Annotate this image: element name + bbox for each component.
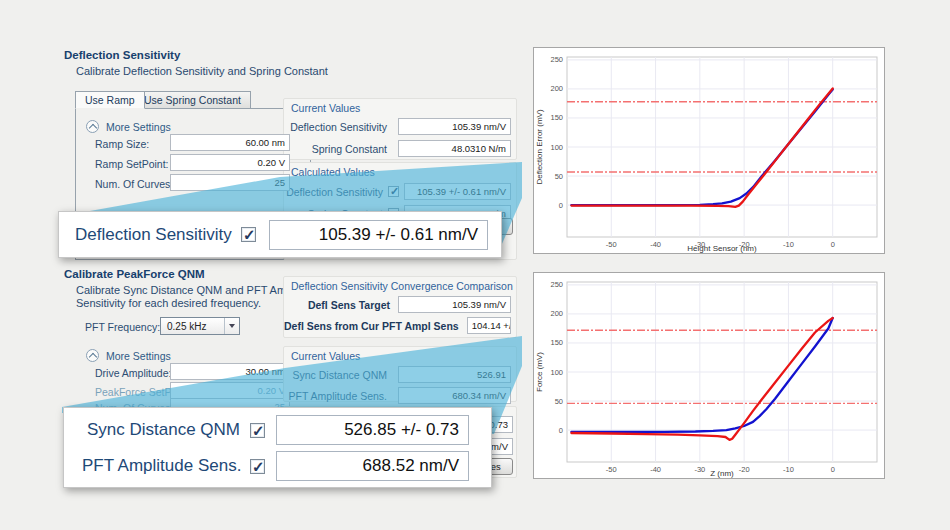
current-values-groupbox: Current Values Deflection Sensitivity 10… [283,98,517,160]
svg-text:200: 200 [550,309,563,318]
pft-frequency-value: 0.25 kHz [167,321,224,332]
callout2-pft-checkbox[interactable] [250,459,265,474]
svg-text:Deflection Error (mV): Deflection Error (mV) [535,109,544,184]
callout2-sync-label: Sync Distance QNM [82,420,240,440]
convergence-comparison-groupbox: Deflection Sensitivity Convergence Compa… [283,276,517,338]
svg-text:200: 200 [550,84,563,93]
defl-sens-target-label: Defl Sens Target [308,299,390,311]
callout2-sync-checkbox[interactable] [250,423,265,438]
svg-text:-50: -50 [606,240,617,249]
more-settings2-collapse-icon[interactable] [86,349,99,362]
defl-sens-target-value: 105.39 nm/V [398,296,511,313]
svg-text:-10: -10 [783,465,794,474]
svg-text:0: 0 [831,240,835,249]
svg-text:0: 0 [831,465,835,474]
callout2-pft-value-input[interactable]: 688.52 nm/V [276,451,469,481]
svg-text:150: 150 [550,338,563,347]
defl-sens-from-cur-value: 104.14 +/- 0.41 nm/V [467,317,511,334]
convergence-comparison-title: Deflection Sensitivity Convergence Compa… [291,280,516,292]
pft-frequency-label: PFT Frequency: [85,321,160,333]
svg-text:50: 50 [555,172,563,181]
current-values2-groupbox: Current Values Sync Distance QNM 526.91 … [283,346,517,402]
tab-use-spring-constant[interactable]: Use Spring Constant [134,91,251,109]
svg-text:0: 0 [559,426,563,435]
callout2-pft-label: PFT Amplitude Sens. [82,456,240,476]
defl-sens-current-label: Deflection Sensitivity [290,121,387,133]
calculated-values-title: Calculated Values [291,166,516,178]
svg-text:-10: -10 [783,240,794,249]
defl-sens-from-cur-label: Defl Sens from Cur PFT Ampl Sens [284,320,459,332]
drive-amplitude-label: Drive Amplitude: [95,367,171,379]
svg-text:0: 0 [559,201,563,210]
peakforce-qnm-callout: Sync Distance QNM 526.85 +/- 0.73 PFT Am… [63,407,492,488]
svg-text:Height Sensor (nm): Height Sensor (nm) [687,244,757,253]
more-settings-collapse-icon[interactable] [86,120,99,133]
sync-distance-current-label: Sync Distance QNM [292,369,387,381]
peakforce-qnm-section-title: Calibrate PeakForce QNM [64,268,205,280]
deflection-sensitivity-section-subtitle: Calibrate Deflection Sensitivity and Spr… [76,65,328,77]
deflection-sensitivity-callout: Deflection Sensitivity 105.39 +/- 0.61 n… [58,211,502,258]
more-settings-label: More Settings [106,121,171,133]
svg-text:100: 100 [550,368,563,377]
svg-text:-40: -40 [650,465,661,474]
svg-text:250: 250 [550,55,563,64]
defl-sens-current-value: 105.39 nm/V [398,118,511,135]
svg-text:-30: -30 [694,465,705,474]
deflection-error-chart: -50-40-30-20-100050100150200250Height Se… [533,47,885,254]
sync-distance-current-value: 526.91 [398,366,511,383]
num-curves-label: Num. Of Curves: [95,178,173,190]
num-curves-input[interactable]: 25 [170,174,290,191]
spring-constant-current-value: 48.0310 N/m [398,140,511,157]
svg-text:100: 100 [550,143,563,152]
svg-text:-40: -40 [650,240,661,249]
deflection-sensitivity-section-title: Deflection Sensitivity [64,49,180,61]
force-curve-chart: -50-40-30-20-100050100150200250Z (nm)For… [533,272,885,479]
ramp-setpoint-label: Ramp SetPoint: [95,158,169,170]
afm-calibration-window: Deflection Sensitivity Calibrate Deflect… [0,0,950,530]
svg-text:Force (mV): Force (mV) [535,352,544,392]
svg-text:-20: -20 [739,465,750,474]
peakforce-setpoint-input[interactable]: 0.20 V [170,382,290,399]
ramp-setpoint-input[interactable]: 0.20 V [170,154,290,171]
current-values2-title: Current Values [291,350,516,362]
callout1-checkbox[interactable] [241,227,256,242]
svg-text:-50: -50 [606,465,617,474]
defl-sens-calc-label: Deflection Sensitivity [286,186,383,198]
peakforce-qnm-subtitle-line2: Sensitivity for each desired frequency. [76,297,261,309]
pft-ampl-current-label: PFT Amplitude Sens. [289,390,387,402]
ramp-size-label: Ramp Size: [95,138,149,150]
callout1-label: Deflection Sensitivity [75,225,231,245]
defl-sens-calc-checkbox[interactable] [388,186,399,197]
more-settings2-label: More Settings [106,350,171,362]
svg-text:50: 50 [555,397,563,406]
svg-text:250: 250 [550,280,563,289]
pft-ampl-current-value: 680.34 nm/V [398,387,511,404]
ramp-size-input[interactable]: 60.00 nm [170,134,290,151]
svg-text:Z (nm): Z (nm) [710,469,734,478]
defl-sens-calc-value: 105.39 +/- 0.61 nm/V [404,183,511,200]
dropdown-caret-icon [224,318,239,334]
callout2-sync-value-input[interactable]: 526.85 +/- 0.73 [276,415,469,445]
current-values-title: Current Values [291,102,516,114]
spring-constant-current-label: Spring Constant [312,143,387,155]
drive-amplitude-input[interactable]: 30.00 nm [170,363,290,380]
pft-frequency-select[interactable]: 0.25 kHz [160,317,240,335]
svg-text:150: 150 [550,113,563,122]
tab-use-ramp[interactable]: Use Ramp [75,91,145,109]
callout1-value-input[interactable]: 105.39 +/- 0.61 nm/V [269,220,488,250]
